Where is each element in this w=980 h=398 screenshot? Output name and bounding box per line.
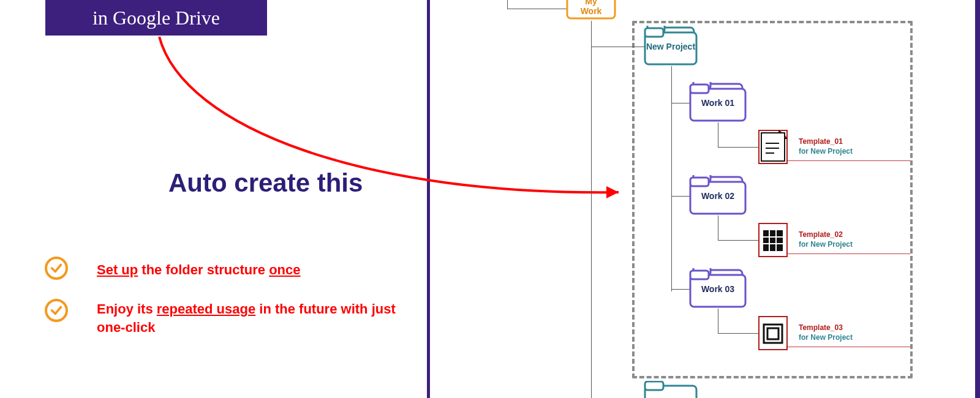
file-doc-icon: [758, 130, 788, 164]
file-sheet-icon: [758, 223, 788, 257]
conn-line: [591, 47, 644, 47]
conn-line: [507, 0, 508, 9]
conn-line: [671, 196, 690, 197]
conn-line: [718, 333, 758, 334]
conn-line: [671, 103, 690, 103]
file-slide-icon: [758, 316, 788, 350]
conn-line: [591, 47, 592, 398]
folder-next-icon: [643, 381, 698, 398]
conn-line: [591, 21, 592, 47]
conn-line: [718, 122, 718, 147]
conn-line: [718, 216, 718, 240]
conn-line: [507, 9, 567, 9]
folder-root[interactable]: My Work: [565, 0, 617, 21]
conn-line: [671, 66, 672, 291]
conn-line: [788, 253, 910, 254]
svg-marker-0: [606, 186, 619, 198]
conn-line: [718, 309, 718, 333]
file-template-03[interactable]: Template_03 for New Project: [799, 323, 853, 342]
svg-rect-26: [763, 230, 783, 251]
conn-line: [788, 347, 910, 347]
folder-work-03[interactable]: Work 03: [688, 268, 747, 309]
bullet-1-text: Set up the folder structure once: [97, 261, 301, 279]
folder-new-project[interactable]: New Project: [643, 26, 698, 66]
file-template-02[interactable]: Template_02 for New Project: [799, 230, 853, 249]
conn-line: [788, 160, 910, 161]
svg-rect-35: [645, 381, 663, 390]
conn-line: [718, 240, 758, 241]
conn-line: [671, 289, 690, 290]
file-template-01[interactable]: Template_01 for New Project: [799, 137, 853, 156]
check-icon: [45, 299, 68, 322]
folder-work-01[interactable]: Work 01: [688, 82, 747, 122]
svg-rect-21: [761, 133, 785, 161]
conn-line: [718, 147, 758, 148]
check-icon: [45, 257, 68, 280]
bullet-2-text: Enjoy its repeated usage in the future w…: [97, 300, 403, 336]
folder-work-02[interactable]: Work 02: [688, 175, 747, 216]
heading-auto-create: Auto create this: [168, 168, 363, 198]
